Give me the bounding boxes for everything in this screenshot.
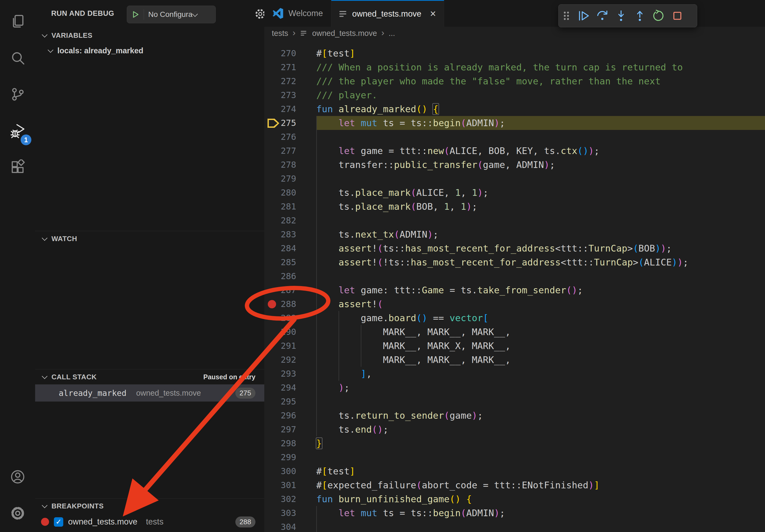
line-number[interactable]: 302 — [264, 492, 296, 506]
code-line-304[interactable]: 304 — [264, 520, 765, 532]
step-into-button[interactable] — [612, 5, 630, 27]
code-line-272[interactable]: 272/// the player who made the "false" m… — [264, 74, 765, 88]
code-line-280[interactable]: 280 ts.place_mark(ALICE, 1, 1); — [264, 186, 765, 199]
line-number[interactable]: 275 — [264, 116, 296, 130]
line-number[interactable]: 283 — [264, 227, 296, 241]
code-line-295[interactable]: 295 — [264, 395, 765, 408]
code-line-290[interactable]: 290 MARK__, MARK__, MARK__, — [264, 325, 765, 339]
stop-button[interactable] — [668, 5, 687, 27]
line-number[interactable]: 298 — [264, 436, 296, 450]
code-line-301[interactable]: 301#[expected_failure(abort_code = ttt::… — [264, 478, 765, 492]
line-number[interactable]: 281 — [264, 199, 296, 213]
line-number[interactable]: 295 — [264, 395, 296, 408]
breakpoint-list-item[interactable]: ✓ owned_tests.move tests 288 — [35, 513, 264, 530]
code-line-303[interactable]: 303 let mut ts = ts::begin(ADMIN); — [264, 506, 765, 520]
code-line-286[interactable]: 286 — [264, 269, 765, 283]
breadcrumb-item-file[interactable]: owned_tests.move — [312, 29, 377, 38]
line-number[interactable]: 270 — [264, 46, 296, 60]
close-icon[interactable]: × — [430, 8, 436, 20]
code-line-278[interactable]: 278 transfer::public_transfer(game, ADMI… — [264, 158, 765, 172]
line-number[interactable]: 301 — [264, 478, 296, 492]
watch-header[interactable]: WATCH — [35, 231, 264, 246]
code-line-274[interactable]: 274fun already_marked() { — [264, 102, 765, 116]
code-line-291[interactable]: 291 MARK__, MARK_X, MARK__, — [264, 339, 765, 353]
continue-button[interactable] — [574, 5, 593, 27]
line-number[interactable]: 304 — [264, 520, 296, 532]
code-line-275[interactable]: 275 let mut ts = ts::begin(ADMIN); — [264, 116, 765, 130]
code-line-296[interactable]: 296 ts.return_to_sender(game); — [264, 408, 765, 422]
line-number[interactable]: 282 — [264, 213, 296, 227]
code-line-276[interactable]: 276 — [264, 130, 765, 144]
line-number[interactable]: 287 — [264, 283, 296, 297]
line-number[interactable]: 291 — [264, 339, 296, 353]
line-number[interactable]: 273 — [264, 88, 296, 102]
line-number[interactable]: 286 — [264, 269, 296, 283]
line-number[interactable]: 303 — [264, 506, 296, 520]
restart-button[interactable] — [649, 5, 668, 27]
sidebar-item-source-control[interactable] — [0, 77, 35, 113]
line-number[interactable]: 289 — [264, 311, 296, 325]
debug-config-dropdown[interactable]: No Configura — [127, 6, 216, 23]
line-number[interactable]: 280 — [264, 186, 296, 199]
call-stack-header[interactable]: CALL STACK Paused on entry — [35, 370, 264, 385]
breadcrumb-item-tests[interactable]: tests — [272, 29, 288, 38]
code-line-270[interactable]: 270#[test] — [264, 46, 765, 60]
sidebar-item-run-and-debug[interactable]: 1 — [0, 113, 35, 149]
line-number[interactable]: 290 — [264, 325, 296, 339]
step-out-button[interactable] — [630, 5, 649, 27]
code-line-299[interactable]: 299 — [264, 450, 765, 464]
line-number[interactable]: 300 — [264, 464, 296, 478]
code-line-300[interactable]: 300#[test] — [264, 464, 765, 478]
breadcrumb-item-symbol[interactable]: ... — [389, 29, 395, 38]
line-number[interactable]: 274 — [264, 102, 296, 116]
variables-scope-row[interactable]: locals: already_marked — [35, 43, 264, 58]
line-number[interactable]: 292 — [264, 353, 296, 367]
code-editor[interactable]: 270#[test]271/// When a position is alre… — [264, 40, 765, 532]
code-line-298[interactable]: 298} — [264, 436, 765, 450]
code-line-292[interactable]: 292 MARK__, MARK__, MARK__, — [264, 353, 765, 367]
line-number[interactable]: 293 — [264, 367, 296, 381]
start-debug-button[interactable] — [127, 9, 144, 20]
line-number[interactable]: 296 — [264, 408, 296, 422]
line-number[interactable]: 297 — [264, 422, 296, 436]
breakpoint-checkbox[interactable]: ✓ — [54, 517, 63, 527]
toolbar-drag-handle[interactable] — [559, 5, 574, 27]
line-number[interactable]: 285 — [264, 255, 296, 269]
line-number[interactable]: 284 — [264, 241, 296, 255]
sidebar-item-search[interactable] — [0, 40, 35, 77]
sidebar-item-explorer[interactable] — [0, 4, 35, 40]
code-line-294[interactable]: 294 ); — [264, 381, 765, 395]
code-line-279[interactable]: 279 — [264, 172, 765, 186]
code-line-277[interactable]: 277 let game = ttt::new(ALICE, BOB, KEY,… — [264, 144, 765, 158]
call-stack-frame[interactable]: already_marked owned_tests.move 275 — [35, 385, 264, 401]
tab-owned-tests-move[interactable]: owned_tests.move × — [331, 0, 444, 27]
code-line-297[interactable]: 297 ts.end(); — [264, 422, 765, 436]
variables-header[interactable]: VARIABLES — [35, 28, 264, 43]
line-number[interactable]: 299 — [264, 450, 296, 464]
code-line-289[interactable]: 289 game.board() == vector[ — [264, 311, 765, 325]
code-line-287[interactable]: 287 let game: ttt::Game = ts.take_from_s… — [264, 283, 765, 297]
line-number[interactable]: 271 — [264, 60, 296, 74]
code-line-281[interactable]: 281 ts.place_mark(BOB, 1, 1); — [264, 199, 765, 213]
line-number[interactable]: 278 — [264, 158, 296, 172]
code-line-288[interactable]: 288 assert!( — [264, 297, 765, 311]
account-button[interactable] — [0, 459, 35, 496]
code-line-273[interactable]: 273/// player. — [264, 88, 765, 102]
sidebar-item-extensions[interactable] — [0, 149, 35, 186]
line-number[interactable]: 288 — [264, 297, 296, 311]
settings-button[interactable] — [0, 496, 35, 532]
tab-welcome[interactable]: Welcome — [264, 0, 331, 27]
code-line-284[interactable]: 284 assert!(ts::has_most_recent_for_addr… — [264, 241, 765, 255]
breakpoints-header[interactable]: BREAKPOINTS — [35, 498, 264, 513]
step-over-button[interactable] — [593, 5, 612, 27]
line-number[interactable]: 294 — [264, 381, 296, 395]
code-line-271[interactable]: 271/// When a position is already marked… — [264, 60, 765, 74]
line-number[interactable]: 272 — [264, 74, 296, 88]
line-number[interactable]: 277 — [264, 144, 296, 158]
code-line-282[interactable]: 282 — [264, 213, 765, 227]
code-line-302[interactable]: 302fun burn_unfinished_game() { — [264, 492, 765, 506]
code-line-293[interactable]: 293 ], — [264, 367, 765, 381]
line-number[interactable]: 279 — [264, 172, 296, 186]
code-line-285[interactable]: 285 assert!(!ts::has_most_recent_for_add… — [264, 255, 765, 269]
line-number[interactable]: 276 — [264, 130, 296, 144]
